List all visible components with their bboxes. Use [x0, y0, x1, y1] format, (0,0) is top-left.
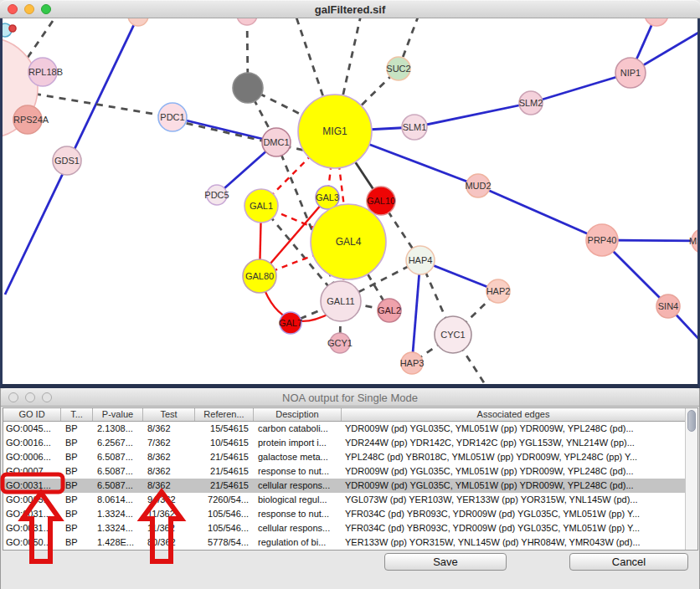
node-label-GDS1: GDS1: [54, 156, 80, 166]
cell-description: cellular respons...: [254, 521, 342, 535]
table-row[interactable]: GO:0031...BP1.3324...11/362105/546...res…: [3, 507, 685, 521]
noa-output-window: NOA output for Single Mode GO IDT...P-va…: [0, 388, 700, 589]
table-row[interactable]: GO:0006...BP6.5087...8/36221/54615galact…: [3, 450, 685, 464]
cell-type: BP: [61, 507, 93, 521]
cell-type: BP: [61, 464, 93, 479]
node-label-GCY1: GCY1: [327, 338, 353, 348]
scrollbar-thumb[interactable]: [687, 410, 696, 432]
node-label-MIG1: MIG1: [322, 125, 347, 137]
cell-type: BP: [61, 422, 93, 436]
edge-blue[interactable]: [414, 103, 531, 127]
cell-description: response to nut...: [254, 507, 342, 521]
cell-p-value: 1.428E...: [93, 535, 143, 550]
cell-description: carbon cataboli...: [254, 422, 342, 436]
edge-blue[interactable]: [478, 186, 602, 240]
node[interactable]: [237, 18, 257, 25]
node-label-MUD2: MUD2: [465, 181, 491, 191]
table-row[interactable]: GO:0031...BP6.5087...8/36221/54615cellul…: [3, 479, 685, 493]
cell-edges: YDR244W (pp) YDR142C, YDR142C (pp) YGL15…: [342, 436, 685, 450]
node-label-SLM1: SLM1: [403, 122, 427, 132]
node[interactable]: [233, 73, 263, 103]
column-header-p-value[interactable]: P-value: [93, 408, 143, 421]
vertical-scrollbar[interactable]: [685, 408, 697, 550]
cell-p-value: 6.5087...: [93, 450, 143, 464]
table-row[interactable]: GO:0007...BP6.5087...8/36221/54615respon…: [3, 464, 685, 479]
cell-type: BP: [61, 535, 93, 550]
cell-edges: YER133W (pp) YOR315W, YNL145W (pd) YHR08…: [342, 535, 685, 550]
zoom-button[interactable]: [41, 4, 51, 14]
node-label-HAP2: HAP2: [486, 286, 511, 296]
cell-reference: 21/54615: [195, 450, 254, 464]
column-header-go-id[interactable]: GO ID: [3, 408, 61, 421]
node-label-SIN4: SIN4: [658, 301, 678, 311]
minimize-button[interactable]: [25, 392, 35, 402]
cell-p-value: 8.0614...: [93, 493, 143, 507]
cell-reference: 10/54615: [195, 436, 254, 450]
node-label-CYC1: CYC1: [440, 330, 465, 340]
table-row[interactable]: GO:0031...BP1.3324...11/362105/546...cel…: [3, 521, 685, 535]
cell-go-id: GO:0031...: [3, 507, 61, 521]
column-header-type[interactable]: T...: [61, 408, 93, 421]
cell-reference: 21/54615: [195, 464, 254, 479]
cell-reference: 21/54615: [195, 479, 254, 493]
zoom-button[interactable]: [42, 392, 52, 402]
table-row[interactable]: GO:0016...BP6.2567...7/36210/54615protei…: [3, 436, 685, 450]
window-controls: [8, 1, 51, 18]
node-label-HAP3: HAP3: [400, 358, 425, 368]
edge-grayd[interactable]: [34, 94, 172, 117]
node[interactable]: [128, 18, 148, 26]
column-header-test[interactable]: Test: [143, 408, 195, 421]
cell-test: 8/362: [143, 464, 195, 479]
cancel-button[interactable]: Cancel: [569, 553, 688, 571]
cell-reference: 105/546...: [195, 521, 254, 535]
edge-grayd[interactable]: [174, 120, 312, 152]
results-table: GO IDT...P-valueTestReferen...Desciption…: [3, 407, 698, 551]
node-label-PRP40: PRP40: [588, 235, 617, 245]
node-label-SUC2: SUC2: [386, 64, 410, 74]
node-label-GAL7: GAL7: [279, 318, 302, 328]
column-header-description[interactable]: Desciption: [254, 408, 342, 421]
cell-edges: YFR034C (pd) YBR093C, YDR009W (pd) YGL03…: [342, 507, 685, 521]
node-label-SLM2: SLM2: [519, 98, 543, 108]
cell-test: 80/362: [143, 535, 195, 550]
close-button[interactable]: [8, 4, 18, 14]
cell-go-id: GO:0065...: [3, 493, 61, 507]
column-header-reference[interactable]: Referen...: [195, 408, 254, 421]
edge-blue[interactable]: [412, 260, 420, 363]
cell-test: 11/362: [143, 521, 195, 535]
column-header-edges[interactable]: Associated edges: [342, 408, 685, 421]
window-controls: [8, 389, 52, 406]
network-canvas[interactable]: RPL18BRPS24AGDS1PDC1DMC1MIG1SLM1SLM2NIP1…: [0, 18, 700, 388]
cell-p-value: 6.2567...: [93, 436, 143, 450]
node-label-GAL11: GAL11: [327, 296, 354, 306]
node[interactable]: [645, 18, 668, 26]
cell-type: BP: [61, 493, 93, 507]
cell-test: 94/362: [143, 493, 195, 507]
cell-go-id: GO:0007...: [3, 464, 61, 479]
table-body: GO:0045...BP2.1308...8/36215/54615carbon…: [3, 422, 685, 550]
cell-p-value: 1.3324...: [93, 507, 143, 521]
node-label-GAL2: GAL2: [378, 305, 401, 315]
table-row[interactable]: GO:0050...BP1.428E...80/3625778/54...reg…: [3, 535, 685, 550]
cell-description: cellular respons...: [254, 479, 342, 493]
cell-reference: 105/546...: [195, 507, 254, 521]
table-header-row: GO IDT...P-valueTestReferen...Desciption…: [3, 408, 685, 422]
network-window-titlebar[interactable]: galFiltered.sif: [0, 0, 700, 18]
minimize-button[interactable]: [24, 4, 34, 14]
save-button[interactable]: Save: [384, 553, 507, 571]
cell-edges: YDR009W (pd) YGL035C, YML051W (pp) YDR00…: [342, 422, 685, 436]
cell-p-value: 6.5087...: [93, 479, 143, 493]
table-row[interactable]: GO:0065...BP8.0614...94/3627260/54...bio…: [3, 493, 685, 507]
cell-go-id: GO:0050...: [3, 535, 61, 550]
node-label-GAL80: GAL80: [245, 271, 274, 281]
node-label-HAP4: HAP4: [409, 255, 433, 265]
node[interactable]: [9, 25, 16, 32]
cell-edges: YPL248C (pd) YBR018C, YML051W (pp) YDR00…: [342, 450, 685, 464]
noa-window-titlebar[interactable]: NOA output for Single Mode: [1, 388, 699, 407]
cell-test: 7/362: [143, 436, 195, 450]
table-row[interactable]: GO:0045...BP2.1308...8/36215/54615carbon…: [3, 422, 685, 436]
edge-blue[interactable]: [172, 117, 276, 142]
cell-test: 8/362: [143, 479, 195, 493]
close-button[interactable]: [8, 392, 18, 402]
cell-edges: YGL073W (pd) YER103W, YER133W (pp) YOR31…: [342, 493, 685, 507]
